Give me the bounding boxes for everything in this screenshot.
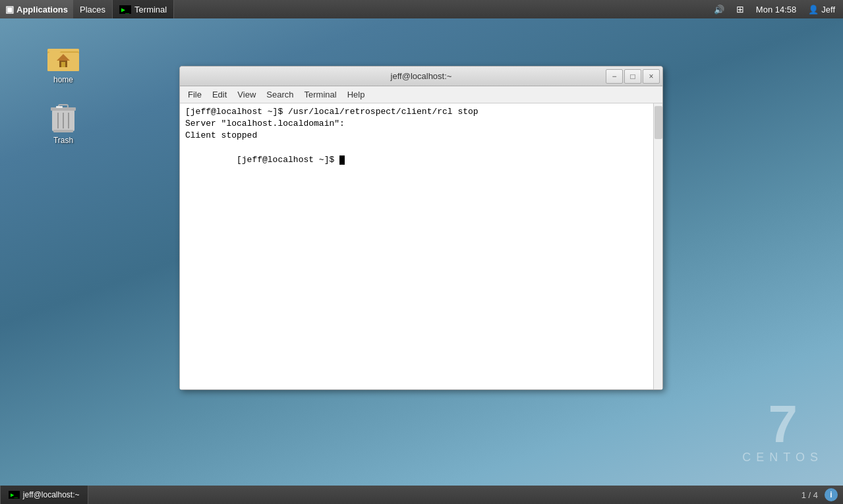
- trash-image: [47, 101, 79, 133]
- network-control[interactable]: ⊞: [734, 0, 747, 18]
- taskbar-right: 🔊 ⊞ Mon 14:58 👤 Jeff: [711, 0, 843, 18]
- close-button[interactable]: ×: [643, 69, 660, 84]
- user-icon: 👤: [808, 5, 819, 14]
- terminal-cursor: [339, 155, 345, 165]
- svg-rect-4: [49, 49, 61, 53]
- svg-rect-7: [61, 62, 65, 67]
- datetime-display[interactable]: Mon 14:58: [753, 0, 799, 18]
- search-menu-label: Search: [266, 90, 293, 99]
- edit-menu-label: Edit: [212, 90, 227, 99]
- page-indicator: 1 / 4: [801, 490, 818, 500]
- centos-watermark: 7 CENTOS: [742, 398, 823, 464]
- centos-number: 7: [742, 398, 823, 451]
- desktop: ▣ Applications Places ▶_ Terminal 🔊 ⊞ Mo…: [0, 0, 843, 504]
- terminal-menu[interactable]: ▶_ Terminal: [112, 0, 174, 18]
- applications-menu[interactable]: ▣ Applications: [0, 0, 73, 18]
- terminal-content[interactable]: [jeff@localhost ~]$ /usr/local/retrospec…: [180, 103, 653, 389]
- volume-icon: 🔊: [714, 5, 724, 14]
- taskbar-top: ▣ Applications Places ▶_ Terminal 🔊 ⊞ Mo…: [0, 0, 843, 18]
- home-folder-label: home: [53, 75, 73, 84]
- edit-menu[interactable]: Edit: [207, 87, 232, 103]
- terminal-menu-label: Terminal: [134, 5, 167, 14]
- info-button[interactable]: i: [825, 488, 838, 501]
- view-menu[interactable]: View: [232, 87, 261, 103]
- terminal-titlebar: jeff@localhost:~ − □ ×: [180, 67, 662, 86]
- applications-label: Applications: [16, 5, 68, 14]
- home-folder-image: [47, 41, 79, 72]
- terminal-title: jeff@localhost:~: [391, 71, 452, 81]
- terminal-window: jeff@localhost:~ − □ × File Edit View Se…: [179, 66, 663, 390]
- terminal-taskbar-item[interactable]: ▶_ jeff@localhost:~: [0, 486, 88, 504]
- minimize-button[interactable]: −: [606, 69, 623, 84]
- trash-label: Trash: [53, 136, 73, 145]
- places-menu[interactable]: Places: [74, 0, 111, 18]
- svg-rect-15: [56, 106, 63, 108]
- datetime-label: Mon 14:58: [756, 5, 796, 14]
- terminal-controls: − □ ×: [606, 69, 660, 84]
- file-menu[interactable]: File: [183, 87, 207, 103]
- taskbar-bottom-right: 1 / 4 i: [801, 488, 843, 501]
- username-label: Jeff: [821, 5, 835, 14]
- terminal-menu-item-label: Terminal: [305, 90, 337, 99]
- terminal-scrollbar[interactable]: [653, 103, 662, 389]
- scrollbar-thumb: [654, 106, 662, 139]
- terminal-body: [jeff@localhost ~]$ /usr/local/retrospec…: [180, 103, 662, 389]
- help-menu-label: Help: [347, 90, 365, 99]
- help-menu[interactable]: Help: [342, 87, 370, 103]
- taskbar-bottom: ▶_ jeff@localhost:~ 1 / 4 i: [0, 486, 843, 504]
- terminal-line-3: Client stopped: [185, 130, 648, 142]
- volume-control[interactable]: 🔊: [711, 0, 727, 18]
- terminal-menubar: File Edit View Search Terminal Help: [180, 86, 662, 103]
- network-icon: ⊞: [736, 4, 744, 14]
- terminal-menu-item[interactable]: Terminal: [299, 87, 342, 103]
- places-label: Places: [80, 5, 105, 14]
- terminal-taskbar-label: jeff@localhost:~: [23, 490, 80, 499]
- terminal-line-1: [jeff@localhost ~]$ /usr/local/retrospec…: [185, 106, 648, 118]
- view-menu-label: View: [237, 90, 256, 99]
- trash-icon[interactable]: Trash: [37, 99, 90, 148]
- file-menu-label: File: [188, 90, 202, 99]
- terminal-line-4: [jeff@localhost ~]$: [185, 142, 648, 179]
- svg-rect-14: [53, 130, 73, 132]
- restore-button[interactable]: □: [624, 69, 641, 84]
- user-menu[interactable]: 👤 Jeff: [805, 0, 838, 18]
- centos-label: CENTOS: [742, 451, 823, 464]
- terminal-prompt: [jeff@localhost ~]$: [237, 155, 339, 165]
- search-menu[interactable]: Search: [261, 87, 299, 103]
- taskbar-top-left: ▣ Applications Places ▶_ Terminal: [0, 0, 174, 18]
- home-folder-icon[interactable]: home: [37, 38, 90, 87]
- terminal-line-2: Server "localhost.localdomain":: [185, 118, 648, 130]
